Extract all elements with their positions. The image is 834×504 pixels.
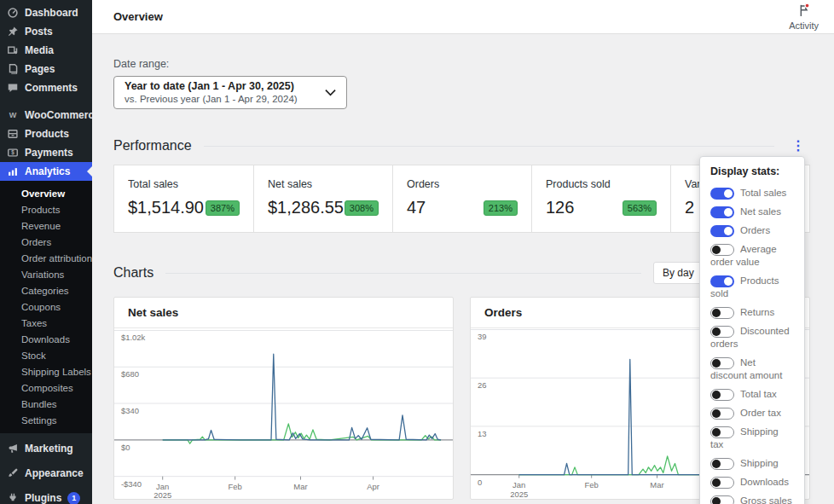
toggle-switch[interactable] [710,357,734,369]
stat-value: 2 [685,198,694,217]
sidebar-item-payments[interactable]: $Payments [0,143,92,162]
submenu-item-downloads[interactable]: Downloads [0,332,92,348]
toggle-switch[interactable] [710,408,734,420]
toggle-switch[interactable] [710,225,734,237]
section-rule [165,273,641,274]
submenu-item-taxes[interactable]: Taxes [0,316,92,332]
svg-text:Mar: Mar [650,480,663,490]
submenu-item-variations[interactable]: Variations [0,267,92,283]
submenu-item-order-attribution[interactable]: Order attribution [0,251,92,267]
activity-flag-icon [796,3,812,20]
sidebar-divider [0,433,92,439]
stat-card-total-sales[interactable]: Total sales$1,514.90387% [114,165,253,232]
chart-card-net-sales: Net sales$1.02k$680$340$0-$340Jan2025Feb… [113,297,454,500]
toggle-switch[interactable] [710,458,734,470]
toggle-row-total-sales[interactable]: Total sales [710,187,794,200]
toggle-label: Returns [740,307,774,317]
svg-text:Apr: Apr [367,482,379,491]
toggle-row-returns[interactable]: Returns [710,306,794,319]
toggle-row-gross-sales[interactable]: Gross sales [710,495,794,504]
toggle-switch[interactable] [710,426,734,438]
stat-value: 126 [546,198,574,217]
svg-text:26: 26 [478,380,487,390]
sidebar-item-label: Pages [25,63,55,75]
stat-value: 47 [407,198,426,217]
toggle-row-net-sales[interactable]: Net sales [710,206,794,218]
stat-card-net-sales[interactable]: Net sales$1,286.55308% [253,165,392,232]
stat-card-products-sold[interactable]: Products sold126563% [531,165,670,232]
sidebar-item-pages[interactable]: Pages [0,60,92,78]
submenu-item-shipping-labels[interactable]: Shipping Labels [0,364,92,380]
svg-text:$1.02k: $1.02k [121,333,146,342]
performance-header: Performance ⋮ [113,138,810,154]
sidebar-item-dashboard[interactable]: Dashboard [0,3,92,22]
toggle-row-total-tax[interactable]: Total tax [710,388,794,401]
sidebar-item-products[interactable]: Products [0,125,92,143]
submenu-item-bundles[interactable]: Bundles [0,397,92,413]
sidebar-submenu-analytics: OverviewProductsRevenueOrdersOrder attri… [0,181,92,433]
posts-icon [7,26,19,38]
toggle-switch[interactable] [710,307,734,319]
svg-text:W: W [9,111,17,119]
date-range-secondary: vs. Previous year (Jan 1 - Apr 29, 2024) [125,93,298,105]
admin-sidebar: DashboardPostsMediaPagesComments WWooCom… [0,0,92,504]
stat-change-badge: 387% [206,200,240,216]
sidebar-item-posts[interactable]: Posts [0,22,92,41]
submenu-item-categories[interactable]: Categories [0,283,92,299]
stat-change-badge: 563% [623,200,657,216]
stat-change-badge: 213% [484,200,518,216]
sidebar-item-woocommerce[interactable]: WWooCommerce [0,106,92,125]
submenu-item-orders[interactable]: Orders [0,235,92,251]
toggle-switch[interactable] [710,275,734,287]
performance-menu-button kebab-icon[interactable]: ⋮ [786,139,810,153]
date-range-select[interactable]: Year to date (Jan 1 - Apr 30, 2025) vs. … [113,76,347,109]
svg-text:$340: $340 [121,406,139,415]
toggle-row-net-discount-amount[interactable]: Net discount amount [710,356,794,382]
stat-label: Products sold [546,178,657,190]
sidebar-item-media[interactable]: Media [0,41,92,60]
stat-label: Total sales [128,178,240,190]
toggle-switch[interactable] [710,477,734,489]
sidebar-item-label: Posts [25,26,53,38]
svg-text:-$340: -$340 [121,479,142,489]
toggle-switch[interactable] [710,389,734,401]
stat-card-orders[interactable]: Orders47213% [392,165,531,232]
sidebar-item-analytics[interactable]: Analytics [0,162,92,181]
toggle-switch[interactable] [710,326,734,338]
performance-heading: Performance [113,138,192,154]
toggle-row-downloads[interactable]: Downloads [710,476,794,489]
sidebar-item-label: WooCommerce [25,109,92,121]
section-rule [204,146,774,147]
toggle-row-order-tax[interactable]: Order tax [710,407,794,420]
toggle-row-average-order-value[interactable]: Average order value [710,243,794,269]
sidebar-item-plugins[interactable]: Plugins1 [0,489,92,504]
toggle-row-orders[interactable]: Orders [710,224,794,237]
toggle-row-shipping-tax[interactable]: Shipping tax [710,426,794,451]
submenu-item-overview[interactable]: Overview [0,186,92,202]
toggle-switch[interactable] [710,244,734,256]
toggle-row-shipping[interactable]: Shipping [710,457,794,470]
sidebar-item-label: Analytics [25,165,70,177]
sidebar-item-marketing[interactable]: Marketing [0,439,92,458]
sidebar-item-comments[interactable]: Comments [0,78,92,97]
activity-button[interactable]: Activity [784,1,824,32]
submenu-item-settings[interactable]: Settings [0,413,92,429]
sidebar-nav-bottom: MarketingAppearancePlugins1 [0,439,92,504]
submenu-item-stock[interactable]: Stock [0,348,92,364]
sidebar-item-appearance[interactable]: Appearance [0,464,92,483]
toggle-switch[interactable] [710,188,734,200]
toggle-switch[interactable] [710,495,734,504]
toggle-label: Order tax [740,408,781,418]
dashboard-icon [7,7,19,19]
update-count-badge: 1 [67,492,80,504]
toggle-row-discounted-orders[interactable]: Discounted orders [710,325,794,350]
submenu-item-composites[interactable]: Composites [0,380,92,397]
submenu-item-products[interactable]: Products [0,202,92,218]
svg-text:$0: $0 [121,443,130,452]
toggle-row-products-sold[interactable]: Products sold [710,275,794,300]
stat-value: $1,286.55 [268,198,344,217]
toggle-switch[interactable] [710,206,734,218]
submenu-item-revenue[interactable]: Revenue [0,218,92,235]
sidebar-nav-woocommerce: WWooCommerceProducts$PaymentsAnalytics [0,106,92,181]
submenu-item-coupons[interactable]: Coupons [0,299,92,316]
